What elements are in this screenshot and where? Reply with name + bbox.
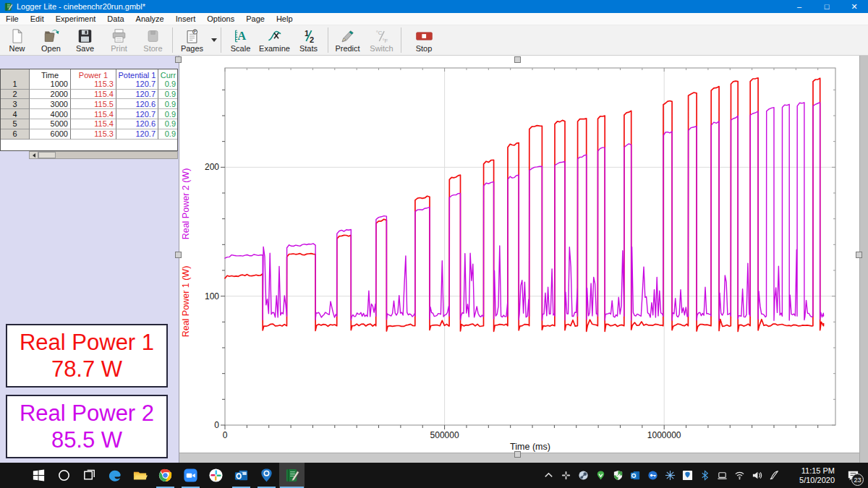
taskbar-vernier-icon[interactable] [254,463,279,488]
table-cell[interactable]: 6000 [30,129,71,140]
resize-handle-bottom-center[interactable] [514,451,521,458]
menu-insert[interactable]: Insert [170,13,202,25]
table-cell[interactable]: 0.9 [158,90,178,100]
toolbar-separator [401,27,401,53]
close-button[interactable]: ✕ [841,0,868,13]
save-button[interactable]: Save [68,25,102,55]
resize-handle-left-middle[interactable] [175,252,182,258]
table-cell[interactable]: 0.9 [158,99,178,109]
readout-value: 85.5 W [51,427,122,453]
taskbar-clock[interactable]: 11:15 PM5/10/2020 [787,466,835,485]
menu-page[interactable]: Page [240,13,271,25]
taskbar-chrome-icon[interactable] [153,463,178,488]
table-cell[interactable]: 115.4 [71,119,116,129]
table-cell[interactable]: 115.3 [71,129,116,140]
menu-data[interactable]: Data [101,13,129,25]
taskbar-outlook-icon[interactable] [229,463,254,488]
table-cell[interactable]: 0.9 [158,129,178,140]
table-cell[interactable]: 120.7 [116,80,158,90]
table-cell[interactable]: 0.9 [158,80,178,90]
taskbar-start-icon[interactable] [26,463,51,488]
taskbar-zoom-icon[interactable] [178,463,203,488]
tray-laptop-icon[interactable] [713,463,731,488]
svg-text:P: P [193,29,196,34]
menu-options[interactable]: Options [201,13,240,25]
plot-frame[interactable] [225,68,835,425]
menu-experiment[interactable]: Experiment [50,13,102,25]
stop-button[interactable]: Stop [404,25,444,55]
menu-file[interactable]: File [0,13,25,25]
notification-center-icon[interactable]: 23 [841,463,865,488]
open-button[interactable]: Open [34,25,68,55]
table-cell[interactable]: 3000 [30,99,71,109]
titlebar: Logger Lite - cinebenchr20run.gmbl* – □ … [0,0,868,13]
tray-wifi-icon[interactable] [731,463,748,488]
taskbar-slack-icon[interactable] [203,463,229,488]
scale-button[interactable]: AScale [224,25,258,55]
table-cell[interactable]: 2000 [30,90,71,100]
readout-real-power-2[interactable]: Real Power 285.5 W [6,395,168,458]
examine-button[interactable]: Examine [258,25,292,55]
scale-icon: A [232,27,249,44]
notification-badge: 23 [851,474,864,486]
menu-edit[interactable]: Edit [25,13,50,25]
tray-key-icon[interactable] [644,463,661,488]
table-cell[interactable]: 115.4 [71,109,116,119]
menu-help[interactable]: Help [271,13,299,25]
tray-defender-icon[interactable] [609,463,626,488]
table-cell[interactable]: 0.9 [158,109,178,119]
pages-dropdown-caret-icon[interactable] [209,25,218,55]
taskbar-task-view-icon[interactable] [77,463,102,488]
tray-slack-tray-icon[interactable] [557,463,574,488]
table-cell[interactable]: 120.7 [116,129,158,140]
new-button[interactable]: New [0,25,34,55]
table-cell[interactable]: 120.7 [116,109,158,119]
table-cell[interactable]: 5000 [30,119,71,129]
taskbar-logger-lite-icon[interactable] [279,463,305,488]
tray-outlook-tray-icon[interactable] [626,463,644,488]
resize-handle-top-left[interactable] [175,56,182,63]
taskbar-file-explorer-icon[interactable] [127,463,153,488]
readout-label: Real Power 1 [20,329,154,356]
table-cell[interactable]: 115.5 [71,99,116,109]
tray-bluetooth-icon[interactable] [696,463,713,488]
table-cell[interactable]: 4000 [30,109,71,119]
right-gutter [859,56,868,463]
table-cell[interactable]: 115.4 [71,90,116,100]
scrollbar-thumb[interactable] [38,152,56,158]
open-icon [43,27,59,44]
predict-button[interactable]: Predict [331,25,365,55]
row-number: 6 [1,129,30,140]
pages-button[interactable]: PPages [175,25,209,55]
resize-handle-right-middle[interactable] [856,252,862,258]
table-cell[interactable]: 120.6 [116,119,158,129]
open-label: Open [41,44,61,53]
table-horizontal-scrollbar[interactable] [29,151,178,159]
maximize-button[interactable]: □ [813,0,841,13]
row-number: 1 [1,80,30,90]
predict-icon [339,27,356,44]
tray-location-pin-icon[interactable] [592,463,609,488]
print-label: Print [111,44,127,53]
scroll-left-arrow[interactable] [30,152,38,158]
menu-analyze[interactable]: Analyze [130,13,170,25]
table-cell[interactable]: 1000 [30,80,71,90]
taskbar-edge-icon[interactable] [102,463,127,488]
tray-volume-icon[interactable] [748,463,765,488]
tray-chevron-up-icon[interactable] [540,463,557,488]
table-cell[interactable]: 115.3 [71,80,116,90]
table-cell[interactable]: 0.9 [158,119,178,129]
readout-real-power-1[interactable]: Real Power 178.7 W [6,324,168,388]
tray-shield-icon[interactable] [678,463,696,488]
minimize-button[interactable]: – [786,0,813,13]
tray-steam-icon[interactable] [574,463,592,488]
tray-snowflake-icon[interactable] [661,463,678,488]
graph[interactable]: 050000010000000100200Time (ms)Real Power… [179,56,859,453]
table-cell[interactable]: 120.7 [116,90,158,100]
resize-handle-top-center[interactable] [514,56,521,63]
tray-pen-icon[interactable] [765,463,783,488]
stats-button[interactable]: 12Stats [292,25,326,55]
taskbar-search-icon[interactable] [51,463,77,488]
scale-label: Scale [231,44,251,53]
table-cell[interactable]: 120.6 [116,99,158,109]
